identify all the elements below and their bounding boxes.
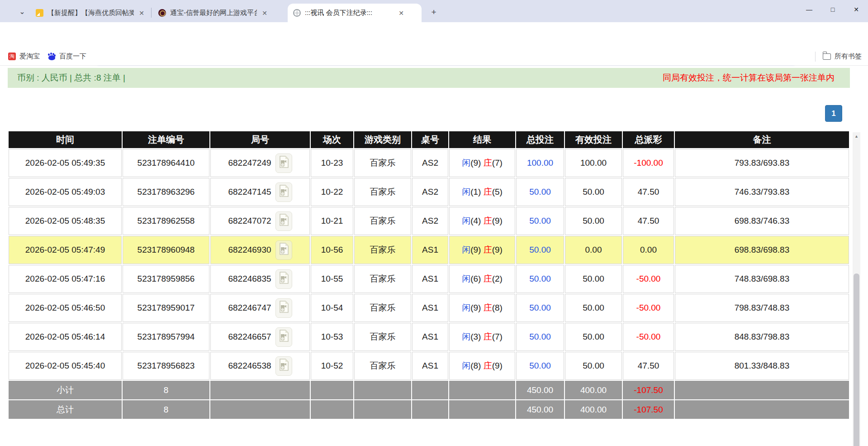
cell-payout: 0.00 [623, 236, 674, 264]
bookmark-label: 爱淘宝 [19, 52, 40, 61]
cell-total-bet: 50.00 [516, 265, 564, 293]
result-player-value: (8) [470, 361, 481, 370]
bookmark-label: 百度一下 [59, 52, 86, 61]
cell-game-type: 百家乐 [354, 294, 411, 322]
footer-empty-cell [449, 381, 515, 399]
cell-note: 798.83/748.83 [675, 294, 849, 322]
tab-tongbao[interactable]: 通宝-信誉最好的网上游戏平台 ✕ [153, 4, 283, 22]
cell-table-no: AS1 [412, 294, 448, 322]
cell-bet-id: 523178963296 [123, 178, 209, 206]
cell-session: 10-56 [311, 236, 353, 264]
cell-valid-bet: 50.00 [565, 352, 622, 380]
bet-row: 2026-02-05 05:46:50523178959017682246747… [9, 294, 849, 322]
scrollbar-up-icon[interactable]: ▲ [853, 132, 860, 140]
cell-payout: 47.50 [623, 178, 674, 206]
bet-row: 2026-02-05 05:49:35523178964410682247249… [9, 149, 849, 177]
video-replay-button[interactable] [275, 298, 292, 318]
video-replay-button[interactable] [275, 211, 292, 231]
video-replay-button[interactable] [275, 240, 292, 260]
tab-close-icon[interactable]: ✕ [261, 9, 269, 17]
result-player-label: 闲 [462, 158, 470, 168]
cell-session: 10-21 [311, 207, 353, 235]
tab-title: 【新提醒】【海燕优质回帖奖励 [47, 9, 134, 17]
cell-bet-id: 523178956823 [123, 352, 209, 380]
cell-session: 10-53 [311, 323, 353, 351]
cell-session: 10-22 [311, 178, 353, 206]
video-replay-button[interactable] [275, 269, 292, 289]
cell-total-bet: 100.00 [516, 149, 564, 177]
cell-time: 2026-02-05 05:47:49 [9, 236, 122, 264]
column-header-1: 注单编号 [123, 131, 209, 148]
tab-betrecord-active[interactable]: :::视讯 会员下注纪录::: ✕ [288, 4, 422, 22]
cell-total-bet: 50.00 [516, 294, 564, 322]
window-close-button[interactable]: ✕ [844, 0, 868, 19]
bet-records-table: 时间注单编号局号场次游戏类别桌号结果总投注有效投注总派彩备注 2026-02-0… [8, 130, 850, 420]
page-scrollbar[interactable]: ▲ ▼ [853, 132, 860, 446]
new-tab-button[interactable]: + [427, 6, 440, 19]
window-minimize-button[interactable]: — [797, 0, 821, 19]
cell-round: 682247072 [210, 207, 310, 235]
footer-payout: -107.50 [623, 381, 674, 399]
bookmark-aitaobao[interactable]: 淘 爱淘宝 [8, 52, 40, 61]
cell-bet-id: 523178964410 [123, 149, 209, 177]
cell-table-no: AS1 [412, 323, 448, 351]
scrollbar-thumb[interactable] [854, 273, 859, 446]
column-header-0: 时间 [9, 131, 122, 148]
column-header-6: 结果 [449, 131, 515, 148]
tab-close-icon[interactable]: ✕ [138, 9, 146, 17]
cell-note: 746.33/793.83 [675, 178, 849, 206]
footer-empty-cell [412, 381, 448, 399]
cell-game-type: 百家乐 [354, 207, 411, 235]
cell-round: 682246835 [210, 265, 310, 293]
video-replay-button[interactable] [275, 356, 292, 376]
cell-note: 801.33/848.83 [675, 352, 849, 380]
cell-payout: 47.50 [623, 207, 674, 235]
result-banker-label: 庄 [484, 332, 492, 341]
footer-total-bet: 450.00 [516, 381, 564, 399]
footer-empty-cell [311, 400, 353, 419]
cell-valid-bet: 50.00 [565, 207, 622, 235]
video-replay-icon [279, 156, 289, 170]
footer-empty-cell [210, 400, 310, 419]
round-number: 682247145 [228, 187, 271, 197]
video-replay-icon [279, 359, 289, 373]
cell-bet-id: 523178959017 [123, 294, 209, 322]
result-player-value: (9) [470, 245, 481, 254]
result-player-value: (3) [470, 332, 481, 341]
footer-empty-cell [210, 381, 310, 399]
cell-result: 闲(1) 庄(5) [449, 178, 515, 206]
column-header-4: 游戏类别 [354, 131, 411, 148]
currency-summary-text: 币别 : 人民币 | 总共 :8 注单 | [8, 72, 125, 84]
video-replay-button[interactable] [275, 153, 292, 173]
bookmark-baidu[interactable]: 百度一下 [48, 52, 86, 61]
round-number: 682247249 [228, 158, 271, 168]
tab-search-chevron-icon[interactable]: ⌄ [15, 5, 29, 18]
tab-haiyan[interactable]: 【新提醒】【海燕优质回帖奖励 ✕ [30, 4, 150, 22]
result-banker-label: 庄 [484, 158, 492, 168]
result-banker-label: 庄 [484, 361, 492, 370]
cell-valid-bet: 50.00 [565, 323, 622, 351]
video-replay-button[interactable] [275, 182, 292, 202]
tab-close-icon[interactable]: ✕ [397, 9, 405, 17]
footer-valid-bet: 400.00 [565, 400, 622, 419]
cell-total-bet: 50.00 [516, 323, 564, 351]
result-banker-label: 庄 [484, 274, 492, 283]
bet-row: 2026-02-05 05:45:40523178956823682246538… [9, 352, 849, 380]
cell-payout: -100.00 [623, 149, 674, 177]
window-maximize-button[interactable]: □ [821, 0, 844, 19]
video-replay-button[interactable] [275, 327, 292, 347]
round-number: 682246747 [228, 303, 271, 313]
result-player-label: 闲 [462, 245, 470, 254]
currency-summary-bar: 币别 : 人民币 | 总共 :8 注单 | 同局有效投注，统一计算在该局第一张注… [8, 68, 850, 88]
video-replay-icon [279, 330, 289, 344]
result-player-value: (9) [470, 303, 481, 312]
all-bookmarks-button[interactable]: 所有书签 [835, 52, 862, 61]
cell-round: 682246747 [210, 294, 310, 322]
result-player-label: 闲 [462, 361, 470, 370]
cell-valid-bet: 0.00 [565, 236, 622, 264]
result-player-label: 闲 [462, 303, 470, 312]
result-banker-label: 庄 [484, 216, 492, 225]
cell-game-type: 百家乐 [354, 352, 411, 380]
pagination-page-1-button[interactable]: 1 [825, 105, 842, 122]
result-player-label: 闲 [462, 274, 470, 283]
